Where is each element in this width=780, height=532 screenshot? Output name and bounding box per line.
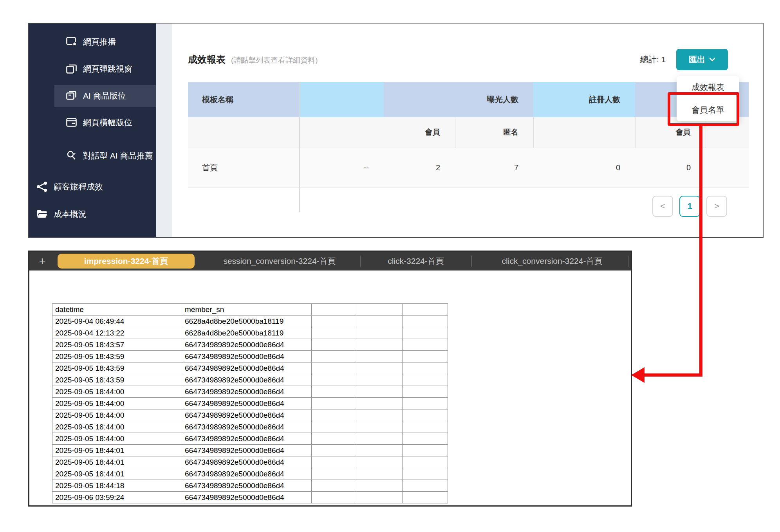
cell-empty[interactable] — [403, 480, 448, 492]
sheet-tab-click-conversion[interactable]: click_conversion-3224-首頁 — [502, 252, 603, 271]
sidebar-item-ai-placement[interactable]: AI 商品版位 — [54, 85, 156, 107]
cell-empty[interactable] — [403, 327, 448, 339]
sidebar-item-customer-journey[interactable]: 顧客旅程成效 — [36, 176, 156, 198]
cell-empty[interactable] — [403, 351, 448, 362]
cell-datetime[interactable]: 2025-09-05 18:43:59 — [52, 374, 182, 386]
prev-page-button[interactable]: < — [652, 196, 673, 217]
cell-empty[interactable] — [312, 492, 357, 503]
cell-datetime[interactable]: 2025-09-05 18:44:00 — [52, 421, 182, 433]
cell-member-sn[interactable]: 6628a4d8be20e5000ba18119 — [182, 316, 312, 327]
cell-member-sn[interactable]: 664734989892e5000d0e86d4 — [182, 374, 312, 386]
sidebar-item-cost-overview[interactable]: 成本概況 — [36, 203, 156, 225]
cell-value[interactable]: -- — [299, 148, 384, 188]
cell-empty[interactable] — [357, 445, 403, 456]
cell-member-sn[interactable]: 664734989892e5000d0e86d4 — [182, 339, 312, 351]
cell-empty[interactable] — [403, 468, 448, 480]
cell-datetime[interactable]: 2025-09-05 18:44:00 — [52, 433, 182, 445]
cell-empty[interactable] — [312, 480, 357, 492]
cell-datetime[interactable]: 2025-09-05 18:44:00 — [52, 386, 182, 398]
cell-empty[interactable] — [312, 468, 357, 480]
cell-empty[interactable] — [357, 492, 403, 503]
cell-empty[interactable] — [357, 386, 403, 398]
cell-empty[interactable] — [357, 351, 403, 362]
cell-empty[interactable] — [357, 409, 403, 421]
cell-empty[interactable] — [403, 386, 448, 398]
cell-datetime[interactable]: 2025-09-05 18:43:57 — [52, 339, 182, 351]
cell-datetime[interactable]: 2025-09-05 18:43:59 — [52, 351, 182, 362]
cell-empty[interactable] — [312, 316, 357, 327]
cell-member-sn[interactable]: 664734989892e5000d0e86d4 — [182, 433, 312, 445]
cell-empty[interactable] — [312, 398, 357, 409]
cell-empty[interactable] — [357, 362, 403, 374]
cell-empty[interactable] — [357, 456, 403, 468]
cell-datetime[interactable]: 2025-09-04 06:49:44 — [52, 316, 182, 327]
cell-member-sn[interactable]: 664734989892e5000d0e86d4 — [182, 492, 312, 503]
cell-empty[interactable] — [357, 398, 403, 409]
cell-empty[interactable] — [403, 456, 448, 468]
cell-empty[interactable] — [357, 316, 403, 327]
cell-datetime[interactable]: 2025-09-05 18:44:01 — [52, 456, 182, 468]
cell-empty[interactable] — [403, 492, 448, 503]
cell-empty[interactable] — [312, 409, 357, 421]
cell-empty[interactable] — [312, 456, 357, 468]
cell-member-sn[interactable]: 6628a4d8be20e5000ba18119 — [182, 327, 312, 339]
cell-empty[interactable] — [312, 362, 357, 374]
table-row[interactable]: 首頁 -- 2 7 0 0 — [188, 148, 749, 188]
cell-datetime[interactable]: 2025-09-05 18:44:01 — [52, 445, 182, 456]
cell-empty[interactable] — [312, 339, 357, 351]
cell-empty[interactable] — [357, 339, 403, 351]
cell-member-sn[interactable]: 664734989892e5000d0e86d4 — [182, 421, 312, 433]
sheet-tab-session-conversion[interactable]: session_conversion-3224-首頁 — [223, 252, 336, 271]
cell-empty[interactable] — [312, 445, 357, 456]
cell-empty[interactable] — [312, 386, 357, 398]
cell-empty[interactable] — [357, 433, 403, 445]
cell-datetime[interactable]: 2025-09-05 18:44:00 — [52, 398, 182, 409]
cell-member-sn[interactable]: 664734989892e5000d0e86d4 — [182, 409, 312, 421]
cell-member-sn[interactable]: 664734989892e5000d0e86d4 — [182, 468, 312, 480]
cell-empty[interactable] — [403, 433, 448, 445]
current-page-button[interactable]: 1 — [679, 196, 700, 217]
cell-empty[interactable] — [357, 480, 403, 492]
cell-datetime[interactable]: 2025-09-05 18:44:01 — [52, 468, 182, 480]
cell-empty[interactable] — [312, 433, 357, 445]
cell-empty[interactable] — [357, 468, 403, 480]
cell-empty[interactable] — [357, 421, 403, 433]
cell-member-sn[interactable]: 664734989892e5000d0e86d4 — [182, 351, 312, 362]
add-sheet-button[interactable]: + — [36, 252, 49, 271]
sidebar-item-conversational-ai[interactable]: 對話型 AI 商品推薦 — [66, 138, 156, 174]
cell-empty[interactable] — [403, 362, 448, 374]
cell-member-sn[interactable]: 664734989892e5000d0e86d4 — [182, 445, 312, 456]
cell-datetime[interactable]: 2025-09-05 18:43:59 — [52, 362, 182, 374]
cell-empty[interactable] — [357, 374, 403, 386]
cell-empty[interactable] — [312, 327, 357, 339]
column-header-empty[interactable] — [357, 304, 403, 316]
cell-datetime[interactable]: 2025-09-04 12:13:22 — [52, 327, 182, 339]
cell-empty[interactable] — [357, 327, 403, 339]
cell-member-sn[interactable]: 664734989892e5000d0e86d4 — [182, 398, 312, 409]
cell-empty[interactable] — [403, 374, 448, 386]
cell-template-name[interactable]: 首頁 — [188, 148, 299, 188]
column-header-empty[interactable] — [312, 304, 357, 316]
cell-empty[interactable] — [403, 339, 448, 351]
next-page-button[interactable]: > — [706, 196, 727, 217]
cell-datetime[interactable]: 2025-09-05 18:44:00 — [52, 409, 182, 421]
cell-datetime[interactable]: 2025-09-05 18:44:18 — [52, 480, 182, 492]
sidebar-item-web-popup[interactable]: 網頁彈跳視窗 — [66, 58, 156, 80]
cell-member-sn[interactable]: 664734989892e5000d0e86d4 — [182, 456, 312, 468]
cell-datetime[interactable]: 2025-09-06 03:59:24 — [52, 492, 182, 503]
sheet-tab-click[interactable]: click-3224-首頁 — [388, 252, 444, 271]
cell-member-sn[interactable]: 664734989892e5000d0e86d4 — [182, 480, 312, 492]
sidebar-item-web-push[interactable]: 網頁推播 — [66, 31, 156, 53]
column-header-empty[interactable] — [403, 304, 448, 316]
column-header-datetime[interactable]: datetime — [52, 304, 182, 316]
cell-empty[interactable] — [403, 409, 448, 421]
cell-value[interactable]: 0 — [635, 148, 706, 188]
cell-member-sn[interactable]: 664734989892e5000d0e86d4 — [182, 386, 312, 398]
cell-value[interactable]: 7 — [455, 148, 533, 188]
cell-member-sn[interactable]: 664734989892e5000d0e86d4 — [182, 362, 312, 374]
sidebar-item-web-banner[interactable]: 網頁橫幅版位 — [66, 112, 156, 133]
cell-value[interactable]: 0 — [533, 148, 635, 188]
export-button[interactable]: 匯出 — [676, 49, 728, 70]
sheet-tab-impression[interactable]: impression-3224-首頁 — [58, 254, 195, 269]
cell-empty[interactable] — [403, 316, 448, 327]
